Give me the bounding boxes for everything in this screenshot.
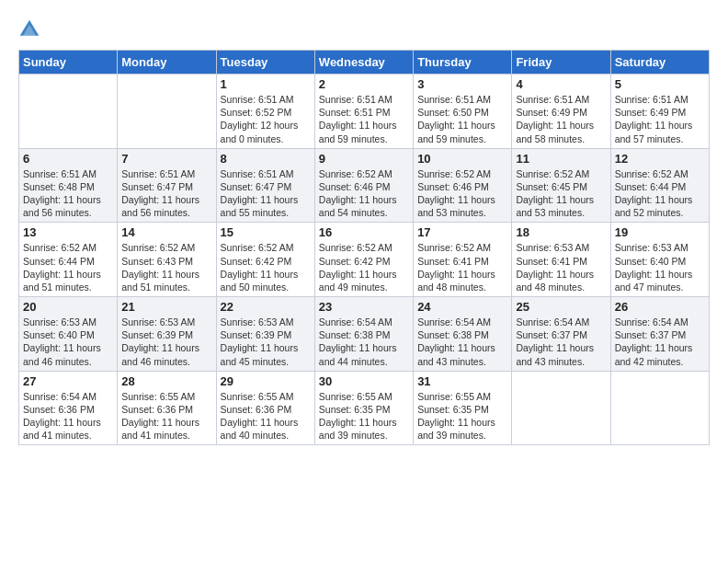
day-number: 21 bbox=[121, 300, 211, 314]
day-info: Sunrise: 6:53 AMSunset: 6:41 PMDaylight:… bbox=[516, 242, 594, 293]
calendar-header-friday: Friday bbox=[512, 51, 610, 75]
day-info: Sunrise: 6:52 AMSunset: 6:46 PMDaylight:… bbox=[417, 168, 495, 219]
calendar-header-monday: Monday bbox=[118, 51, 216, 75]
day-number: 27 bbox=[23, 374, 113, 388]
day-info: Sunrise: 6:51 AMSunset: 6:51 PMDaylight:… bbox=[319, 94, 397, 144]
calendar-cell: 26Sunrise: 6:54 AMSunset: 6:37 PMDayligh… bbox=[610, 297, 709, 372]
day-number: 1 bbox=[221, 77, 311, 91]
day-info: Sunrise: 6:51 AMSunset: 6:47 PMDaylight:… bbox=[221, 168, 299, 219]
calendar-cell: 27Sunrise: 6:54 AMSunset: 6:36 PMDayligh… bbox=[19, 371, 118, 445]
day-number: 15 bbox=[221, 225, 311, 239]
logo-icon bbox=[18, 18, 40, 40]
day-info: Sunrise: 6:52 AMSunset: 6:42 PMDaylight:… bbox=[319, 242, 397, 293]
calendar-cell: 28Sunrise: 6:55 AMSunset: 6:36 PMDayligh… bbox=[118, 371, 216, 445]
day-number: 26 bbox=[615, 300, 705, 314]
day-info: Sunrise: 6:54 AMSunset: 6:38 PMDaylight:… bbox=[319, 316, 397, 367]
day-number: 2 bbox=[319, 77, 409, 91]
day-number: 10 bbox=[417, 152, 507, 166]
day-info: Sunrise: 6:51 AMSunset: 6:49 PMDaylight:… bbox=[516, 94, 594, 144]
day-number: 25 bbox=[516, 300, 606, 314]
day-number: 19 bbox=[615, 225, 705, 239]
day-number: 9 bbox=[319, 152, 409, 166]
calendar-cell: 16Sunrise: 6:52 AMSunset: 6:42 PMDayligh… bbox=[314, 223, 413, 297]
day-number: 12 bbox=[615, 152, 705, 166]
calendar-cell: 1Sunrise: 6:51 AMSunset: 6:52 PMDaylight… bbox=[216, 75, 314, 149]
calendar-cell: 11Sunrise: 6:52 AMSunset: 6:45 PMDayligh… bbox=[512, 148, 610, 223]
calendar-cell bbox=[512, 371, 610, 445]
day-number: 7 bbox=[121, 152, 211, 166]
calendar-header-tuesday: Tuesday bbox=[216, 51, 314, 75]
calendar-cell: 8Sunrise: 6:51 AMSunset: 6:47 PMDaylight… bbox=[216, 148, 314, 223]
day-number: 8 bbox=[221, 152, 311, 166]
day-info: Sunrise: 6:52 AMSunset: 6:46 PMDaylight:… bbox=[319, 168, 397, 219]
day-info: Sunrise: 6:52 AMSunset: 6:42 PMDaylight:… bbox=[221, 242, 299, 293]
calendar-cell: 3Sunrise: 6:51 AMSunset: 6:50 PMDaylight… bbox=[414, 75, 512, 149]
day-number: 31 bbox=[417, 374, 507, 388]
calendar-cell: 25Sunrise: 6:54 AMSunset: 6:37 PMDayligh… bbox=[512, 297, 610, 372]
calendar-cell: 20Sunrise: 6:53 AMSunset: 6:40 PMDayligh… bbox=[19, 297, 118, 372]
day-info: Sunrise: 6:53 AMSunset: 6:39 PMDaylight:… bbox=[121, 316, 199, 367]
day-number: 17 bbox=[417, 225, 507, 239]
day-info: Sunrise: 6:51 AMSunset: 6:52 PMDaylight:… bbox=[221, 94, 299, 144]
day-info: Sunrise: 6:54 AMSunset: 6:37 PMDaylight:… bbox=[516, 316, 594, 367]
calendar-cell: 22Sunrise: 6:53 AMSunset: 6:39 PMDayligh… bbox=[216, 297, 314, 372]
day-info: Sunrise: 6:54 AMSunset: 6:38 PMDaylight:… bbox=[417, 316, 495, 367]
day-number: 11 bbox=[516, 152, 606, 166]
day-info: Sunrise: 6:55 AMSunset: 6:36 PMDaylight:… bbox=[221, 391, 299, 442]
day-info: Sunrise: 6:51 AMSunset: 6:49 PMDaylight:… bbox=[615, 94, 693, 144]
calendar-header-thursday: Thursday bbox=[414, 51, 512, 75]
day-number: 29 bbox=[221, 374, 311, 388]
calendar-header-saturday: Saturday bbox=[610, 51, 709, 75]
calendar-cell: 18Sunrise: 6:53 AMSunset: 6:41 PMDayligh… bbox=[512, 223, 610, 297]
day-number: 14 bbox=[121, 225, 211, 239]
day-number: 6 bbox=[23, 152, 113, 166]
calendar-week-row: 6Sunrise: 6:51 AMSunset: 6:48 PMDaylight… bbox=[19, 148, 710, 223]
calendar-cell: 9Sunrise: 6:52 AMSunset: 6:46 PMDaylight… bbox=[314, 148, 413, 223]
calendar-cell: 21Sunrise: 6:53 AMSunset: 6:39 PMDayligh… bbox=[118, 297, 216, 372]
day-info: Sunrise: 6:54 AMSunset: 6:37 PMDaylight:… bbox=[615, 316, 693, 367]
calendar-cell: 17Sunrise: 6:52 AMSunset: 6:41 PMDayligh… bbox=[414, 223, 512, 297]
calendar-cell bbox=[118, 75, 216, 149]
calendar-week-row: 1Sunrise: 6:51 AMSunset: 6:52 PMDaylight… bbox=[19, 75, 710, 149]
calendar-cell: 13Sunrise: 6:52 AMSunset: 6:44 PMDayligh… bbox=[19, 223, 118, 297]
calendar-cell: 14Sunrise: 6:52 AMSunset: 6:43 PMDayligh… bbox=[118, 223, 216, 297]
day-info: Sunrise: 6:53 AMSunset: 6:40 PMDaylight:… bbox=[23, 316, 101, 367]
day-number: 28 bbox=[121, 374, 211, 388]
calendar-cell bbox=[610, 371, 709, 445]
day-info: Sunrise: 6:52 AMSunset: 6:44 PMDaylight:… bbox=[23, 242, 101, 293]
day-info: Sunrise: 6:52 AMSunset: 6:43 PMDaylight:… bbox=[121, 242, 199, 293]
day-info: Sunrise: 6:54 AMSunset: 6:36 PMDaylight:… bbox=[23, 391, 101, 442]
day-number: 16 bbox=[319, 225, 409, 239]
day-number: 18 bbox=[516, 225, 606, 239]
day-number: 13 bbox=[23, 225, 113, 239]
calendar-week-row: 13Sunrise: 6:52 AMSunset: 6:44 PMDayligh… bbox=[19, 223, 710, 297]
calendar-cell bbox=[19, 75, 118, 149]
calendar-cell: 6Sunrise: 6:51 AMSunset: 6:48 PMDaylight… bbox=[19, 148, 118, 223]
calendar-cell: 19Sunrise: 6:53 AMSunset: 6:40 PMDayligh… bbox=[610, 223, 709, 297]
day-number: 24 bbox=[417, 300, 507, 314]
day-info: Sunrise: 6:53 AMSunset: 6:39 PMDaylight:… bbox=[221, 316, 299, 367]
calendar-cell: 4Sunrise: 6:51 AMSunset: 6:49 PMDaylight… bbox=[512, 75, 610, 149]
day-info: Sunrise: 6:51 AMSunset: 6:50 PMDaylight:… bbox=[417, 94, 495, 144]
calendar-cell: 31Sunrise: 6:55 AMSunset: 6:35 PMDayligh… bbox=[414, 371, 512, 445]
calendar-cell: 29Sunrise: 6:55 AMSunset: 6:36 PMDayligh… bbox=[216, 371, 314, 445]
calendar-cell: 5Sunrise: 6:51 AMSunset: 6:49 PMDaylight… bbox=[610, 75, 709, 149]
day-info: Sunrise: 6:53 AMSunset: 6:40 PMDaylight:… bbox=[615, 242, 693, 293]
calendar-week-row: 27Sunrise: 6:54 AMSunset: 6:36 PMDayligh… bbox=[19, 371, 710, 445]
calendar-cell: 30Sunrise: 6:55 AMSunset: 6:35 PMDayligh… bbox=[314, 371, 413, 445]
calendar-header-row: SundayMondayTuesdayWednesdayThursdayFrid… bbox=[19, 51, 710, 75]
calendar-cell: 10Sunrise: 6:52 AMSunset: 6:46 PMDayligh… bbox=[414, 148, 512, 223]
page-header bbox=[18, 18, 710, 40]
day-number: 30 bbox=[319, 374, 409, 388]
day-info: Sunrise: 6:55 AMSunset: 6:35 PMDaylight:… bbox=[417, 391, 495, 442]
calendar-cell: 2Sunrise: 6:51 AMSunset: 6:51 PMDaylight… bbox=[314, 75, 413, 149]
day-info: Sunrise: 6:51 AMSunset: 6:48 PMDaylight:… bbox=[23, 168, 101, 219]
calendar-cell: 23Sunrise: 6:54 AMSunset: 6:38 PMDayligh… bbox=[314, 297, 413, 372]
calendar-cell: 12Sunrise: 6:52 AMSunset: 6:44 PMDayligh… bbox=[610, 148, 709, 223]
day-number: 4 bbox=[516, 77, 606, 91]
day-info: Sunrise: 6:52 AMSunset: 6:44 PMDaylight:… bbox=[615, 168, 693, 219]
calendar-cell: 15Sunrise: 6:52 AMSunset: 6:42 PMDayligh… bbox=[216, 223, 314, 297]
day-info: Sunrise: 6:52 AMSunset: 6:41 PMDaylight:… bbox=[417, 242, 495, 293]
day-number: 23 bbox=[319, 300, 409, 314]
calendar-header-wednesday: Wednesday bbox=[314, 51, 413, 75]
